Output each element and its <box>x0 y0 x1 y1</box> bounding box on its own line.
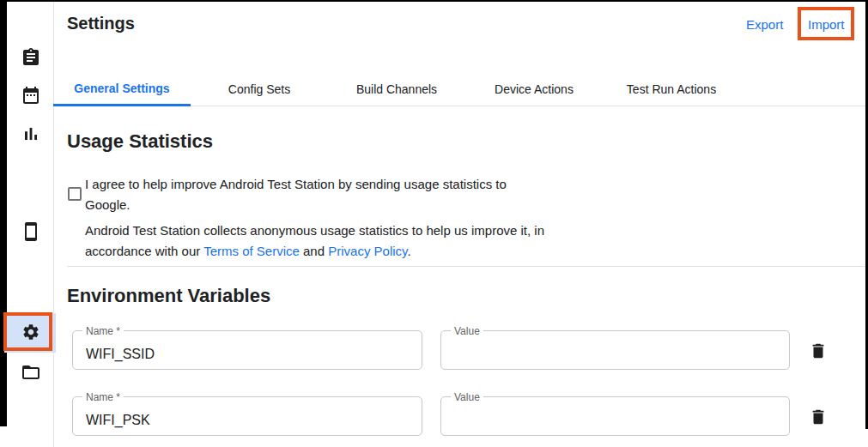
name-field-label: Name * <box>82 391 124 403</box>
env-var-name-input-row2[interactable] <box>73 397 422 435</box>
delete-env-var-button-row1[interactable] <box>809 341 828 360</box>
tab-build-channels[interactable]: Build Channels <box>328 72 465 106</box>
environment-variables-heading: Environment Variables <box>67 285 270 307</box>
bar-chart-icon <box>21 132 41 147</box>
env-var-value-field-row2[interactable]: Value <box>440 396 790 436</box>
trash-icon <box>809 350 828 363</box>
calendar-icon <box>21 94 41 108</box>
section-divider <box>67 266 865 267</box>
name-field-label: Name * <box>82 325 124 337</box>
sidebar-item-devices[interactable] <box>21 221 41 242</box>
settings-gear-icon <box>21 329 40 344</box>
usage-note-conjunction: and <box>300 244 328 258</box>
usage-agree-checkbox[interactable] <box>68 187 82 201</box>
env-var-name-field-row2[interactable]: Name * <box>72 396 422 436</box>
env-var-value-input-row2[interactable] <box>441 397 789 435</box>
usage-statistics-heading: Usage Statistics <box>67 130 213 153</box>
tab-config-sets[interactable]: Config Sets <box>191 72 328 106</box>
assignment-icon <box>21 56 41 70</box>
privacy-policy-link[interactable]: Privacy Policy <box>328 244 407 258</box>
sidebar-item-schedule[interactable] <box>21 85 41 106</box>
export-button[interactable]: Export <box>746 17 783 32</box>
tab-device-actions[interactable]: Device Actions <box>465 72 603 106</box>
usage-note-text: Android Test Station collects anonymous … <box>85 220 600 261</box>
settings-tab-bar: General Settings Config Sets Build Chann… <box>53 72 865 106</box>
window-frame-top <box>0 0 868 2</box>
trash-icon <box>809 416 828 429</box>
page-title: Settings <box>67 14 135 33</box>
sidebar-nav <box>7 2 54 447</box>
import-button[interactable]: Import <box>808 17 845 32</box>
folder-icon <box>21 371 41 385</box>
window-frame-left <box>0 0 7 426</box>
env-var-value-field-row1[interactable]: Value <box>440 330 790 370</box>
sidebar-item-settings[interactable] <box>21 323 40 341</box>
usage-note-suffix: . <box>407 244 410 258</box>
env-var-value-input-row1[interactable] <box>441 331 789 369</box>
sidebar-item-reports[interactable] <box>21 124 41 144</box>
value-field-label: Value <box>451 325 483 337</box>
env-var-name-field-row1[interactable]: Name * <box>72 330 422 370</box>
smartphone-icon <box>21 230 41 245</box>
delete-env-var-button-row2[interactable] <box>809 408 828 426</box>
terms-of-service-link[interactable]: Terms of Service <box>203 244 300 258</box>
tab-test-run-actions[interactable]: Test Run Actions <box>603 72 740 106</box>
sidebar-item-files[interactable] <box>21 362 41 383</box>
tab-general-settings[interactable]: General Settings <box>53 72 191 106</box>
usage-agree-label: I agree to help improve Android Test Sta… <box>85 174 553 214</box>
sidebar-item-test-runs[interactable] <box>21 47 41 68</box>
env-var-name-input-row1[interactable] <box>73 331 422 369</box>
value-field-label: Value <box>451 391 483 403</box>
